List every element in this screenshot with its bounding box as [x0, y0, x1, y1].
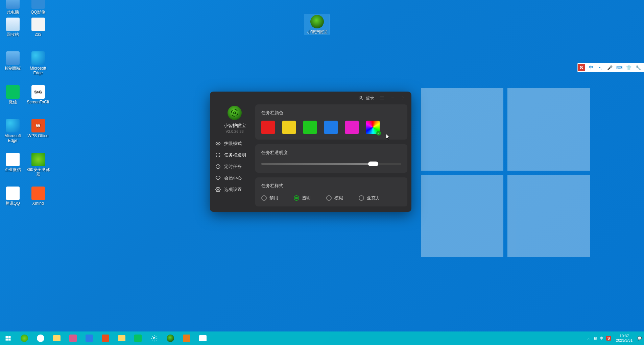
desktop-icon-edge-1[interactable]: Microsoft Edge: [25, 51, 51, 76]
svg-point-0: [360, 96, 361, 98]
desktop-icon-control-panel[interactable]: 控制面板: [0, 51, 25, 71]
taskbar-app-wps[interactable]: [97, 331, 114, 345]
taskbar-app-white[interactable]: [195, 331, 211, 345]
color-swatch-blue[interactable]: [324, 121, 338, 134]
main-content: 任务栏颜色 ✓ 任务栏透明度 任务栏样式: [255, 104, 407, 206]
desktop-icon-wps[interactable]: WWPS Office: [25, 119, 51, 138]
desktop-icon-qq-image[interactable]: QQ影像: [25, 0, 51, 15]
panel-title: 任务栏透明度: [261, 150, 401, 156]
menu-button[interactable]: [379, 95, 385, 101]
radio-acrylic[interactable]: 亚克力: [359, 195, 380, 201]
ime-voice-icon[interactable]: 🎤: [606, 64, 614, 71]
desktop-icon-recycle-bin[interactable]: 回收站: [0, 18, 25, 37]
start-button[interactable]: [0, 331, 16, 345]
nav-member[interactable]: 会员中心: [214, 173, 255, 183]
svg-point-8: [217, 143, 219, 144]
desktop-icon-enterprise-wechat[interactable]: 企业微信: [0, 153, 25, 172]
color-swatch-magenta[interactable]: [345, 121, 359, 134]
hamburger-icon: [380, 96, 384, 100]
check-icon: ✓: [376, 131, 381, 135]
tray-lang[interactable]: 中: [600, 336, 603, 341]
taskbar-app-eye[interactable]: [162, 331, 178, 345]
clock-icon: [215, 164, 221, 169]
tray-notifications-icon[interactable]: 💬: [637, 336, 642, 341]
desktop-icon-tencent-qq[interactable]: 腾讯QQ: [0, 187, 25, 206]
taskbar-app-360[interactable]: [16, 331, 32, 345]
close-icon: [402, 96, 406, 100]
desktop-icon-wechat[interactable]: 微信: [0, 85, 25, 104]
titlebar[interactable]: 登录: [210, 92, 411, 104]
desktop-icon-eye-app[interactable]: 小智护眼宝: [304, 15, 330, 34]
gear-icon: [151, 335, 158, 342]
minimize-icon: [391, 96, 395, 100]
diamond-icon: [215, 175, 221, 181]
svg-point-15: [153, 338, 155, 339]
windows-icon: [5, 335, 11, 341]
login-button[interactable]: 登录: [358, 95, 374, 101]
tray-monitor-icon[interactable]: 🖥: [593, 336, 597, 340]
taskbar-app-orange[interactable]: [178, 331, 195, 345]
panel-title: 任务栏样式: [261, 183, 401, 189]
panel-taskbar-style: 任务栏样式 禁用 透明 模糊 亚克力: [255, 177, 407, 206]
taskbar-app-explorer[interactable]: [49, 331, 65, 345]
desktop-icon-edge-2[interactable]: Microsoft Edge: [0, 119, 25, 143]
desktop-icon-screentogif[interactable]: S>GScreenToGif: [25, 85, 51, 104]
app-name: 小智护眼宝: [214, 123, 255, 129]
ime-punct-icon[interactable]: •,: [597, 64, 604, 71]
user-icon: [358, 95, 363, 101]
panel-taskbar-color: 任务栏颜色 ✓: [255, 104, 407, 140]
close-button[interactable]: [401, 95, 407, 101]
taskbar-clock[interactable]: 10:37 2023/3/31: [614, 334, 635, 343]
taskbar-app-blue[interactable]: [81, 331, 97, 345]
ime-skin-icon[interactable]: 👕: [625, 64, 633, 71]
svg-point-7: [234, 112, 236, 114]
desktop-icon-xmind[interactable]: Xmind: [25, 187, 51, 206]
taskbar-app-wechat[interactable]: [130, 331, 146, 345]
slider-thumb[interactable]: [368, 162, 378, 166]
sparkle-icon: [215, 152, 221, 158]
panel-title: 任务栏颜色: [261, 110, 401, 116]
color-swatch-red[interactable]: [261, 121, 275, 134]
app-window: 登录 小智护眼宝 V2.0.26.38 护眼模式: [210, 92, 411, 212]
ime-tool-icon[interactable]: 🔧: [635, 64, 642, 71]
taskbar[interactable]: ︿ 🖥 中 S 10:37 2023/3/31 💬: [0, 331, 644, 345]
taskbar-app-browser[interactable]: [32, 331, 49, 345]
taskbar-app-settings[interactable]: [146, 331, 162, 345]
nav-options[interactable]: 选项设置: [214, 184, 255, 195]
app-version: V2.0.26.38: [214, 129, 255, 133]
app-logo: [228, 106, 242, 120]
svg-rect-12: [8, 336, 11, 338]
tray-chevron-icon[interactable]: ︿: [587, 336, 591, 341]
sogou-icon[interactable]: S: [578, 64, 585, 71]
minimize-button[interactable]: [390, 95, 396, 101]
nav-taskbar-transparent[interactable]: 任务栏透明: [214, 150, 255, 161]
svg-rect-13: [6, 339, 8, 341]
opacity-slider[interactable]: [261, 161, 401, 167]
taskbar-app-pink[interactable]: [65, 331, 81, 345]
desktop-icon-360-browser[interactable]: 360安全浏览器: [25, 153, 51, 177]
desktop-icon-233[interactable]: 233: [25, 18, 51, 37]
nav-eye-mode[interactable]: 护眼模式: [214, 138, 255, 149]
radio-disabled[interactable]: 禁用: [261, 195, 278, 201]
eye-icon: [215, 141, 221, 146]
gear-icon: [215, 187, 221, 192]
color-swatch-yellow[interactable]: [282, 121, 296, 134]
color-swatch-green[interactable]: [303, 121, 317, 134]
ime-toolbar[interactable]: S 中 •, 🎤 ⌨ 👕 🔧: [577, 63, 644, 72]
ime-keyboard-icon[interactable]: ⌨: [616, 64, 623, 71]
color-swatch-custom[interactable]: ✓: [366, 121, 380, 134]
radio-blur[interactable]: 模糊: [326, 195, 343, 201]
svg-rect-14: [8, 339, 11, 341]
sidebar: 小智护眼宝 V2.0.26.38 护眼模式 任务栏透明 定时任务 会员中心: [214, 104, 255, 206]
radio-transparent[interactable]: 透明: [294, 195, 311, 201]
windows-logo-bg: [421, 88, 590, 257]
tray-sogou-icon[interactable]: S: [606, 336, 611, 341]
taskbar-app-folder[interactable]: [114, 331, 130, 345]
svg-point-10: [217, 189, 219, 190]
svg-rect-11: [6, 336, 8, 338]
nav-timer[interactable]: 定时任务: [214, 161, 255, 172]
desktop-icon-this-pc[interactable]: 此电脑: [0, 0, 25, 15]
panel-taskbar-opacity: 任务栏透明度: [255, 144, 407, 173]
ime-lang[interactable]: 中: [587, 64, 595, 71]
